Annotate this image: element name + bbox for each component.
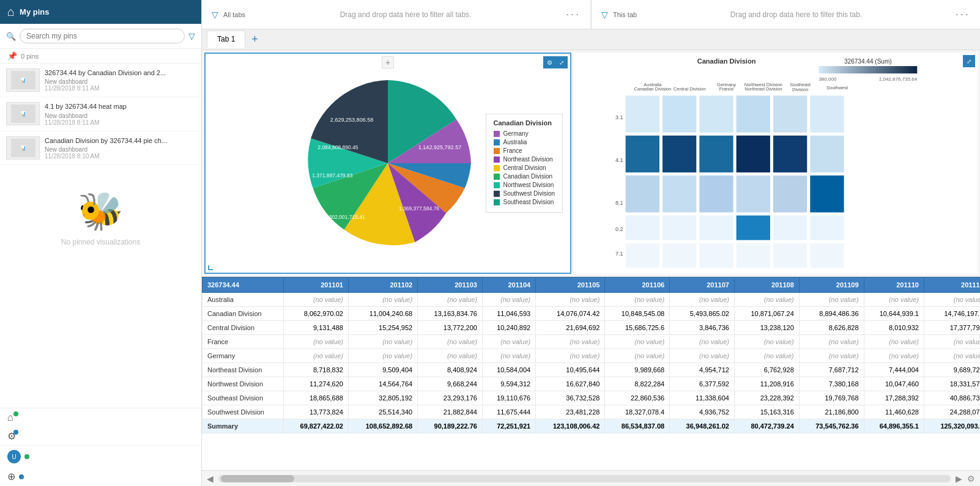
legend-label-central-division: Central Division [503,164,546,171]
legend-title: Canadian Division [494,119,555,127]
legend-color-germany [494,131,500,137]
cell-1-4[interactable] [663,243,696,268]
cell-0-4[interactable] [626,243,659,268]
pie-corner-expand[interactable]: ⤢ [555,56,568,68]
cell-4-4[interactable] [773,243,807,268]
cell-2-1[interactable] [699,136,733,172]
label-central: 1,369,377,584.76 [399,205,439,212]
cell-1-1[interactable] [663,136,696,172]
cell-2-2[interactable] [699,175,733,212]
cell-7-5: 22,860,536 [605,391,670,405]
nav-item-home[interactable]: ⌂ [0,408,201,427]
cell-6-2: 9,668,244 [418,377,483,391]
cell-3-8: (no value) [799,335,864,349]
all-tabs-menu[interactable]: ··· [566,8,581,21]
pin-empty-state: 🐝 No pinned visualizations [0,165,201,271]
cell-0-2[interactable] [626,175,659,212]
scroll-right-btn[interactable]: ▶ [956,474,962,484]
pin-date-1: 11/28/2018 8:11 AM [45,85,195,92]
cell-8-4: 23,481,228 [536,405,605,419]
cell-9-2: 90,189,222.76 [418,419,483,433]
cell-0-0[interactable] [626,95,659,132]
x-label-nwd: Northwest Division [744,82,782,87]
pin-icon: 📌 [7,51,17,61]
cell-5-1[interactable] [810,136,844,172]
table-row: France(no value)(no value)(no value)(no … [202,335,981,349]
legend-label-northwest-division: Northwest Division [503,182,554,188]
tab-1[interactable]: Tab 1 [207,31,245,48]
x-label-sw: Southwest [826,85,848,90]
cell-3-3[interactable] [737,215,770,240]
charts-row: + ⚙ ⤢ [202,50,980,276]
cell-0-3[interactable] [626,215,659,240]
this-tab-label: This tab [613,11,637,18]
table-settings-btn[interactable]: ⚙ [967,474,975,484]
legend-color-northwest-division [494,182,500,188]
cell-5-7: 6,762,928 [734,363,799,377]
resize-handle-sw[interactable] [208,265,213,270]
cell-4-0[interactable] [773,95,807,132]
y-label-5: 7.1 [615,251,623,257]
svg-text:📊: 📊 [20,111,26,117]
cell-9-0: 69,827,422.02 [284,419,349,433]
pin-subtitle-1: New dashboard [45,78,195,85]
cell-5-4[interactable] [810,243,844,268]
online-dot [24,454,29,459]
cell-2-0[interactable] [699,95,733,132]
pin-title-2: 4.1 by 326734.44 heat map [45,102,195,111]
col-header-label: 326734.44 [202,278,284,293]
expand-handle[interactable]: + [382,56,394,68]
cell-4-1[interactable] [773,136,807,172]
pie-corner-settings[interactable]: ⚙ [543,56,555,68]
cell-4-8: (no value) [799,349,864,363]
nav-item-settings[interactable]: ⚙ [0,427,201,446]
nav-badge-blue [13,430,18,435]
cell-3-0[interactable] [737,95,770,132]
cell-5-2[interactable] [810,175,844,212]
cell-6-3: 9,594,312 [482,377,535,391]
home-icon[interactable]: ⌂ [7,5,15,19]
cell-0-2: (no value) [418,293,483,307]
pin-item-3[interactable]: 📊 Canadian Division by 326734.44 pie ch.… [0,131,201,165]
cell-4-2[interactable] [773,175,807,212]
cell-1-2[interactable] [663,175,696,212]
cell-3-1[interactable] [737,136,770,172]
scroll-left-btn[interactable]: ◀ [207,474,213,484]
nav-home-icon: ⌂ [7,412,13,423]
cell-7-8: 19,769,768 [799,391,864,405]
cell-0-9: (no value) [864,293,924,307]
table-scrollbar[interactable] [218,475,951,482]
nav-item-add[interactable]: ⊕ [0,467,201,486]
data-table: 326734.44 201101 201102 201103 201104 20… [202,277,980,433]
table-row: Southwest Division13,773,82425,514,34021… [202,405,981,419]
add-tab-button[interactable]: + [247,33,263,46]
cell-2-0: 9,131,488 [284,321,349,335]
cell-4-3[interactable] [773,215,807,240]
cell-5-4: 10,495,644 [536,363,605,377]
cell-5-3[interactable] [810,215,844,240]
bee-icon: 🐝 [78,190,124,233]
search-icon: 🔍 [6,32,16,41]
pin-item-1[interactable]: 📊 326734.44 by Canadian Division and 2..… [0,64,201,97]
cell-6-6: 6,377,592 [670,377,735,391]
cell-1-3[interactable] [663,215,696,240]
row-label-6: Northwest Division [202,377,284,391]
search-input[interactable] [20,29,185,43]
cell-3-2[interactable] [737,175,770,212]
heatmap-corner[interactable]: ⤢ [963,55,975,67]
svg-text:📊: 📊 [20,145,26,151]
cell-3-4[interactable] [737,243,770,268]
filter-button[interactable]: ▽ [188,31,195,41]
cell-2-4[interactable] [699,243,733,268]
this-tab-menu[interactable]: ··· [956,8,970,21]
sidebar: ⌂ My pins 🔍 ▽ 📌 0 pins 📊 326734.44 by Ca… [0,0,202,486]
pin-date-2: 11/28/2018 8:11 AM [45,119,195,126]
cell-5-0[interactable] [810,95,844,132]
cell-2-3[interactable] [699,215,733,240]
cell-1-10: 14,746,197.1 [924,307,980,321]
cell-1-0[interactable] [663,95,696,132]
pin-item-2[interactable]: 📊 4.1 by 326734.44 heat map New dashboar… [0,97,201,131]
pin-thumb-3: 📊 [6,136,40,160]
cell-1-2: 13,163,834.76 [418,307,483,321]
cell-0-1[interactable] [626,136,659,172]
